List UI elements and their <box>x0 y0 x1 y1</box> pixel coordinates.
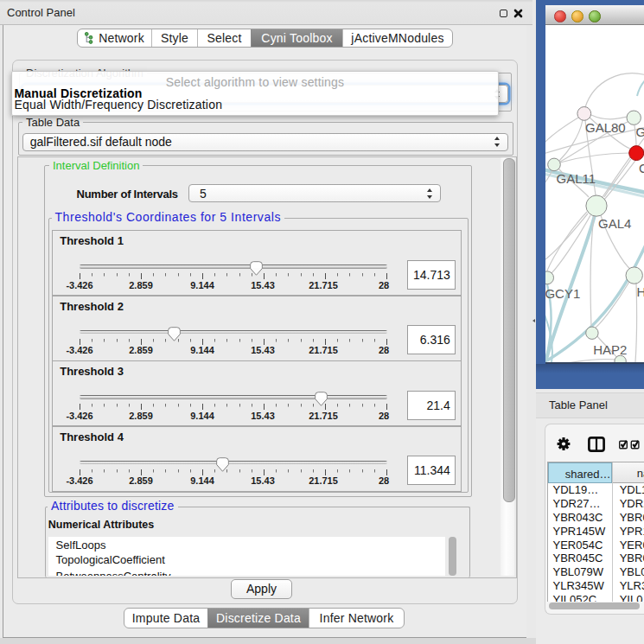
svg-text:GAL11: GAL11 <box>557 171 596 186</box>
svg-text:GAL4: GAL4 <box>598 216 631 231</box>
svg-text:GAL2: GAL2 <box>636 124 644 139</box>
svg-text:HAP2: HAP2 <box>593 342 627 357</box>
svg-text:GAL80: GAL80 <box>585 120 626 135</box>
svg-text:H: H <box>636 284 644 299</box>
svg-text:GCY1: GCY1 <box>545 286 580 301</box>
svg-text:CY: CY <box>639 161 644 175</box>
